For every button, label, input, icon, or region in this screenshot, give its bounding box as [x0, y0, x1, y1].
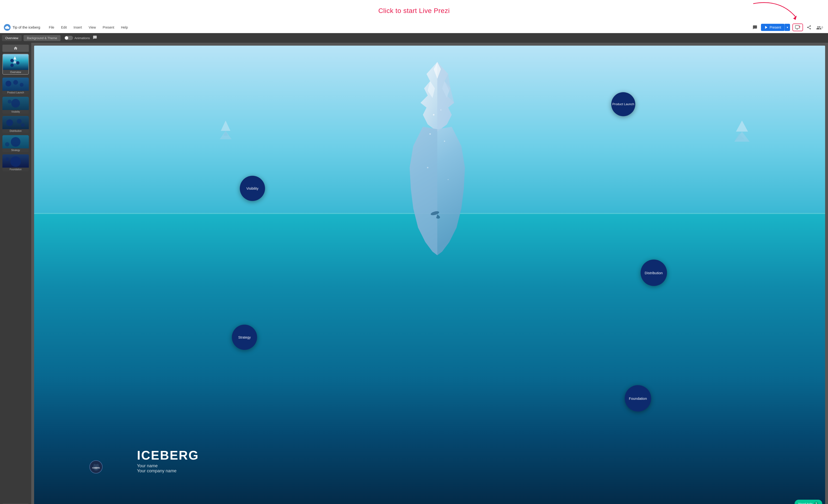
present-button-group: Present ▾ — [761, 24, 790, 31]
sidebar-slide-3[interactable]: Distribution — [2, 116, 29, 133]
animations-label: Animations — [75, 36, 90, 40]
users-button[interactable]: 0 — [815, 24, 824, 31]
slide-thumb-1 — [2, 78, 29, 91]
svg-point-17 — [8, 100, 11, 103]
tab-bar: Overview Background & Theme Animations — [0, 33, 828, 43]
svg-marker-1 — [765, 26, 767, 29]
svg-marker-31 — [736, 121, 748, 132]
sidebar: Overview 1 Product Launch 2 — [0, 43, 31, 504]
your-company-text: Your company name — [137, 468, 199, 473]
svg-point-41 — [433, 114, 434, 116]
menu-insert[interactable]: Insert — [71, 24, 85, 31]
slide-thumb-3 — [2, 116, 29, 129]
slide-label-3: Distribution — [2, 129, 29, 133]
svg-point-46 — [448, 179, 449, 180]
tab-background-theme[interactable]: Background & Theme — [24, 35, 60, 41]
share-button[interactable] — [805, 24, 813, 31]
circle-distribution[interactable]: Distribution — [640, 260, 667, 286]
animations-toggle-switch[interactable] — [65, 36, 73, 40]
svg-point-10 — [10, 64, 14, 67]
slide-label-2: Visibility — [2, 110, 29, 113]
live-prezi-button[interactable] — [792, 24, 803, 31]
svg-point-8 — [10, 59, 14, 62]
slide-thumb-2 — [2, 97, 29, 110]
menu-present[interactable]: Present — [100, 24, 117, 31]
sidebar-slide-1[interactable]: Product Launch — [2, 78, 29, 94]
annotation-bar: Click to start Live Prezi — [0, 0, 828, 21]
slide-wrapper-5: 5 Foundation — [2, 154, 29, 172]
iceberg-scene: Product Launch Visibility Distribution S… — [34, 46, 825, 504]
menubar-right: Present ▾ 0 — [751, 24, 824, 31]
menubar: Tip of the iceberg File Edit Insert View… — [0, 21, 828, 33]
help-icon: ? — [814, 502, 818, 504]
slide-thumb-5 — [2, 154, 29, 168]
menu-file[interactable]: File — [46, 24, 57, 31]
home-button[interactable] — [2, 45, 29, 52]
circle-product-launch[interactable]: Product Launch — [611, 92, 635, 116]
slide-wrapper-4: 4 Strategy — [2, 135, 29, 152]
main-iceberg — [389, 59, 485, 258]
menu-items: File Edit Insert View Present Help — [46, 24, 751, 31]
svg-point-16 — [11, 99, 20, 107]
menu-help[interactable]: Help — [118, 24, 131, 31]
presentation-title: ICEBERG — [137, 449, 199, 461]
app-logo: Tip of the iceberg — [4, 24, 40, 31]
svg-text:ICEBERG: ICEBERG — [92, 467, 100, 469]
logo-bear-icon: ICEBERG — [92, 463, 100, 471]
slide-thumb-4 — [2, 135, 29, 148]
sidebar-slide-5[interactable]: Foundation — [2, 154, 29, 171]
need-help-button[interactable]: Need help ? — [795, 500, 822, 504]
menu-edit[interactable]: Edit — [58, 24, 70, 31]
sidebar-overview-item[interactable]: Overview — [2, 54, 29, 75]
sidebar-slide-2[interactable]: Visibility — [2, 97, 29, 113]
slide-wrapper-2: 2 Visibility — [2, 97, 29, 114]
svg-point-42 — [441, 109, 442, 110]
svg-point-23 — [11, 137, 20, 147]
slide-wrapper-1: 1 Product Launch — [2, 78, 29, 95]
svg-point-43 — [429, 133, 431, 135]
svg-point-13 — [13, 80, 18, 85]
svg-point-9 — [16, 61, 19, 64]
comment-button[interactable] — [751, 24, 758, 31]
comment-tab-button[interactable] — [93, 35, 97, 41]
tab-overview[interactable]: Overview — [2, 35, 22, 41]
canvas-area: Product Launch Visibility Distribution S… — [31, 43, 828, 504]
svg-point-44 — [444, 141, 445, 142]
menu-view[interactable]: View — [86, 24, 99, 31]
live-prezi-icon — [795, 25, 800, 30]
svg-marker-35 — [437, 62, 454, 132]
app-title: Tip of the iceberg — [12, 25, 40, 29]
circle-foundation[interactable]: Foundation — [625, 385, 651, 412]
svg-point-21 — [21, 123, 25, 127]
small-iceberg-right — [730, 120, 754, 152]
svg-rect-2 — [795, 26, 799, 29]
your-name-text: Your name — [137, 463, 199, 468]
slide-wrapper-3: 3 Distribution — [2, 116, 29, 133]
live-prezi-text[interactable]: Click to start Live Prezi — [378, 7, 450, 15]
svg-point-19 — [6, 119, 13, 126]
svg-marker-37 — [410, 127, 437, 255]
small-iceberg-left — [216, 120, 235, 150]
svg-point-27 — [5, 157, 9, 161]
arrow-annotation — [751, 1, 799, 20]
overview-thumbnail — [3, 54, 28, 70]
circle-visibility[interactable]: Visibility — [240, 176, 265, 201]
svg-point-45 — [427, 167, 428, 168]
svg-point-14 — [20, 83, 24, 87]
slide-label-1: Product Launch — [2, 91, 29, 94]
svg-point-26 — [10, 156, 21, 167]
svg-point-24 — [5, 142, 9, 146]
svg-point-49 — [93, 464, 96, 466]
present-button[interactable]: Present — [761, 24, 785, 31]
overview-label: Overview — [3, 70, 28, 74]
svg-marker-28 — [221, 121, 231, 131]
app-logo-icon — [4, 24, 10, 31]
present-dropdown-button[interactable]: ▾ — [785, 24, 790, 31]
svg-point-20 — [17, 119, 22, 124]
bottom-text-area: ICEBERG Your name Your company name — [137, 449, 199, 473]
circle-strategy[interactable]: Strategy — [232, 325, 257, 350]
slide-label-4: Strategy — [2, 148, 29, 152]
sidebar-slide-4[interactable]: Strategy — [2, 135, 29, 152]
svg-point-12 — [5, 81, 11, 86]
presentation-canvas: Product Launch Visibility Distribution S… — [34, 46, 825, 504]
